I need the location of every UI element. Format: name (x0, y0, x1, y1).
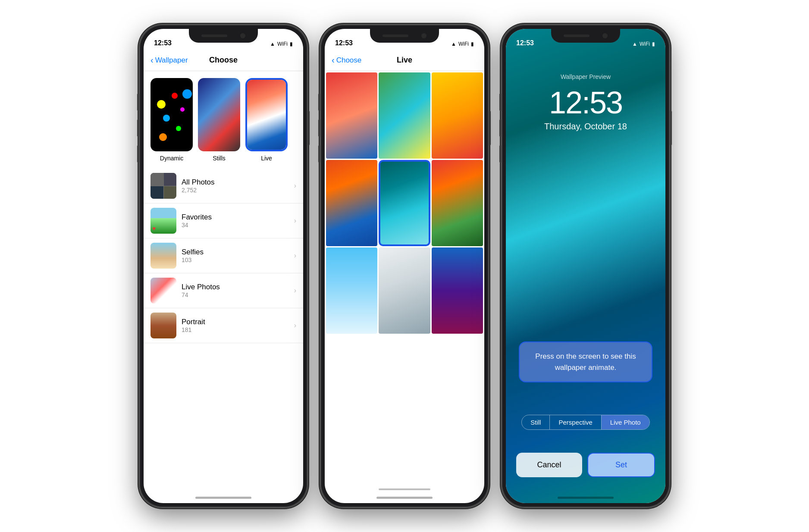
press-message: Press on the screen to see this wallpape… (519, 341, 652, 382)
stills-thumb-bg (198, 78, 240, 151)
speaker-2 (383, 34, 408, 37)
info-selfies: Selfies 103 (182, 248, 289, 263)
title-selfies: Selfies (182, 248, 289, 257)
thumb-live-photos (151, 278, 176, 304)
list-item-favorites[interactable]: ♥ Favorites 34 › (144, 203, 303, 238)
thumb-all-photos (151, 173, 176, 199)
notch-3 (551, 29, 620, 43)
count-portrait: 181 (182, 326, 289, 333)
battery-icon: ▮ (290, 41, 293, 47)
preview-clock: 12:53 (506, 87, 665, 118)
count-favorites: 34 (182, 222, 289, 228)
phones-container: 12:53 ▲ WiFi ▮ ‹ Wallpaper Choose (0, 0, 809, 532)
category-live[interactable]: Live (245, 78, 288, 162)
battery-icon-2: ▮ (471, 41, 474, 47)
side-button-vol-down (137, 145, 139, 163)
side-button-mute-3 (499, 94, 501, 111)
home-indicator-1 (195, 497, 251, 499)
thumb-portrait (151, 313, 176, 338)
preview-actions: Cancel Set (506, 453, 665, 477)
signal-icon-3: ▲ (632, 41, 637, 47)
option-still[interactable]: Still (522, 415, 550, 429)
count-all-photos: 2,752 (182, 187, 289, 194)
category-label-dynamic: Dynamic (160, 155, 183, 162)
signal-icon-2: ▲ (451, 41, 456, 47)
live-thumb-2[interactable] (379, 72, 430, 159)
category-label-stills: Stills (213, 155, 226, 162)
chevron-favorites: › (294, 217, 296, 225)
live-wallpaper-grid (325, 71, 484, 335)
screen-content-2: ‹ Choose Live (325, 50, 484, 503)
side-button-vol-up-2 (318, 119, 320, 137)
wifi-icon-2: WiFi (458, 41, 469, 47)
speaker-3 (564, 34, 590, 37)
preview-title: Wallpaper Preview (506, 50, 665, 80)
list-item-selfies[interactable]: Selfies 103 › (144, 238, 303, 273)
option-live-photo[interactable]: Live Photo (602, 415, 649, 429)
side-button-mute-2 (318, 94, 320, 111)
live-thumb-6[interactable] (432, 160, 483, 246)
nav-back-1[interactable]: ‹ Wallpaper (151, 55, 188, 65)
camera (240, 33, 245, 38)
live-thumb-1[interactable] (326, 72, 377, 159)
category-stills[interactable]: Stills (198, 78, 240, 162)
info-live-photos: Live Photos 74 (182, 283, 289, 298)
notch (189, 29, 258, 43)
scroll-indicator-2 (379, 488, 430, 490)
category-thumb-live (245, 78, 288, 151)
screen-content-1: ‹ Wallpaper Choose (144, 50, 303, 503)
phone-1-screen: 12:53 ▲ WiFi ▮ ‹ Wallpaper Choose (144, 29, 303, 503)
side-button-mute (137, 94, 139, 111)
speaker (201, 34, 227, 37)
nav-bar-1: ‹ Wallpaper Choose (144, 50, 303, 71)
chevron-portrait: › (294, 322, 296, 329)
status-icons-2: ▲ WiFi ▮ (451, 41, 474, 47)
live-thumb-7[interactable] (326, 247, 377, 334)
home-indicator-3 (558, 497, 614, 499)
live-thumb-5-selected[interactable] (379, 160, 430, 246)
title-all-photos: All Photos (182, 178, 289, 187)
nav-back-2[interactable]: ‹ Choose (332, 55, 361, 65)
live-thumb-3[interactable] (432, 72, 483, 159)
wifi-icon: WiFi (277, 41, 288, 47)
cancel-button[interactable]: Cancel (516, 453, 582, 477)
list-item-live-photos[interactable]: Live Photos 74 › (144, 273, 303, 308)
category-thumb-stills (198, 78, 240, 151)
live-thumb-8[interactable] (379, 247, 430, 334)
status-time-3: 12:53 (516, 39, 534, 47)
category-label-live: Live (261, 155, 272, 162)
nav-back-label-1: Wallpaper (155, 56, 188, 65)
category-dynamic[interactable]: Dynamic (151, 78, 193, 162)
screen-content-3: Wallpaper Preview 12:53 Thursday, Octobe… (506, 50, 665, 503)
battery-icon-3: ▮ (652, 41, 655, 47)
count-selfies: 103 (182, 257, 289, 263)
chevron-live-photos: › (294, 287, 296, 294)
category-thumb-dynamic (151, 78, 193, 151)
dynamic-thumb-bg (151, 78, 193, 151)
wifi-icon-3: WiFi (640, 41, 650, 47)
phone-2: 12:53 ▲ WiFi ▮ ‹ Choose Live (320, 25, 489, 507)
photo-list: All Photos 2,752 › ♥ Favorite (144, 169, 303, 343)
set-button[interactable]: Set (587, 453, 655, 477)
back-arrow-icon: ‹ (151, 55, 154, 65)
nav-title-1: Choose (209, 56, 238, 65)
info-portrait: Portrait 181 (182, 318, 289, 333)
live-thumb-4[interactable] (326, 160, 377, 246)
title-portrait: Portrait (182, 318, 289, 326)
status-time-2: 12:53 (335, 39, 353, 47)
phone-3-screen: 12:53 ▲ WiFi ▮ Wallpaper Preview 12:53 T… (506, 29, 665, 503)
list-item-all-photos[interactable]: All Photos 2,752 › (144, 169, 303, 203)
camera-3 (602, 33, 608, 38)
status-icons-3: ▲ WiFi ▮ (632, 41, 655, 47)
side-button-vol-up (137, 119, 139, 137)
status-icons-1: ▲ WiFi ▮ (270, 41, 293, 47)
side-button-vol-down-3 (499, 145, 501, 163)
title-favorites: Favorites (182, 213, 289, 222)
option-perspective[interactable]: Perspective (550, 415, 601, 429)
side-button-vol-down-2 (318, 145, 320, 163)
list-item-portrait[interactable]: Portrait 181 › (144, 308, 303, 343)
phone-3: 12:53 ▲ WiFi ▮ Wallpaper Preview 12:53 T… (502, 25, 670, 507)
phone-2-screen: 12:53 ▲ WiFi ▮ ‹ Choose Live (325, 29, 484, 503)
info-all-photos: All Photos 2,752 (182, 178, 289, 194)
live-thumb-9[interactable] (432, 247, 483, 334)
